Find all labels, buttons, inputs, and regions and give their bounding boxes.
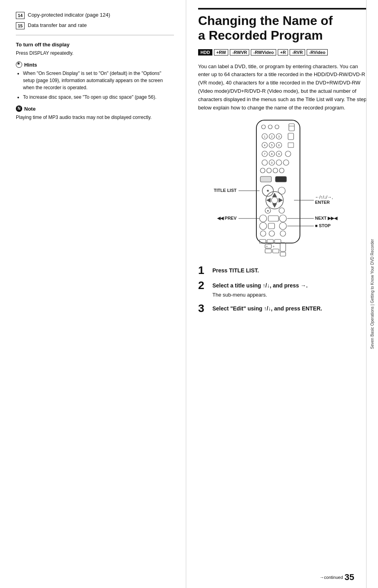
- step: 2Select a title using ↑/↓, and press →.T…: [198, 280, 370, 299]
- side-tab-text: Seven Basic Operations | Getting to Know…: [370, 239, 375, 349]
- svg-text:9: 9: [278, 153, 280, 155]
- item-14-text: Copy-protected indicator (page 124): [28, 12, 110, 18]
- continued-text: →continued: [320, 575, 343, 580]
- hints-label: Hints: [24, 62, 37, 68]
- note-label: Note: [24, 106, 36, 112]
- svg-text:+: +: [273, 245, 275, 249]
- svg-text:3: 3: [278, 135, 280, 138]
- step-content: Select a title using ↑/↓, and press →.Th…: [212, 280, 307, 299]
- svg-text:←/↑/↓/→,: ←/↑/↓/→,: [315, 195, 333, 199]
- svg-text:ENTER: ENTER: [315, 200, 330, 205]
- steps-section: 1Press TITLE LIST.2Select a title using …: [198, 265, 370, 314]
- item-15: 15 Data transfer bar and rate: [16, 22, 174, 29]
- left-column: 14 Copy-protected indicator (page 124) 1…: [0, 0, 186, 588]
- svg-text:■ STOP: ■ STOP: [315, 223, 330, 228]
- main-title: Changing the Name of a Recorded Program: [198, 13, 370, 43]
- svg-rect-40: [275, 176, 286, 182]
- step-content: Press TITLE LIST.: [212, 265, 259, 275]
- remote-area: 1 2 3 4 5 6: [198, 118, 370, 261]
- svg-text:1: 1: [264, 135, 265, 138]
- page-footer: →continued 35: [320, 572, 354, 582]
- svg-text:8: 8: [271, 153, 273, 155]
- svg-text:+: +: [266, 245, 268, 249]
- hint-item: To increase disc space, see "To open up …: [23, 94, 174, 101]
- item-14-num: 14: [16, 12, 25, 19]
- step-num: 3: [198, 303, 212, 314]
- format-badges: HDD+RW-RWVR-RWVideo+R -RVR-RVideo: [198, 49, 370, 57]
- format-badge: -RVideo: [307, 49, 328, 56]
- format-row-1: HDD+RW-RWVR-RWVideo+R: [198, 49, 288, 56]
- svg-text:★: ★: [267, 209, 269, 212]
- svg-text:0: 0: [271, 161, 273, 164]
- step-content: Select "Edit" using ↑/↓, and press ENTER…: [212, 303, 322, 313]
- side-tab: Seven Basic Operations | Getting to Know…: [366, 0, 378, 588]
- step: 3Select "Edit" using ↑/↓, and press ENTE…: [198, 303, 370, 314]
- display-section-title: To turn off the display: [16, 42, 174, 48]
- remote-svg: 1 2 3 4 5 6: [201, 118, 367, 261]
- svg-rect-71: [280, 252, 286, 256]
- format-badge: +RW: [214, 49, 229, 56]
- note-text: Playing time of MP3 audio tracks may not…: [16, 114, 174, 121]
- svg-text:7: 7: [264, 153, 265, 155]
- hint-item: When "On Screen Display" is set to "On" …: [23, 70, 174, 91]
- svg-text:6: 6: [278, 144, 280, 147]
- svg-text:2: 2: [271, 135, 273, 138]
- svg-text:◀◀ PREV: ◀◀ PREV: [217, 216, 237, 220]
- format-row-2: -RVR-RVideo: [290, 49, 328, 56]
- step: 1Press TITLE LIST.: [198, 265, 370, 276]
- hints-title: Hints: [16, 61, 174, 68]
- item-15-num: 15: [16, 22, 25, 29]
- right-column: Changing the Name of a Recorded Program …: [186, 0, 378, 588]
- svg-rect-70: [273, 249, 279, 253]
- display-section-text: Press DISPLAY repeatedly.: [16, 50, 174, 57]
- svg-text:★: ★: [266, 189, 269, 193]
- step-num: 1: [198, 265, 212, 276]
- svg-rect-69: [265, 249, 271, 253]
- item-14: 14 Copy-protected indicator (page 124): [16, 12, 174, 19]
- hints-list: When "On Screen Display" is set to "On" …: [16, 70, 174, 101]
- note-icon: N: [16, 105, 22, 112]
- svg-text:TITLE LIST: TITLE LIST: [214, 188, 237, 193]
- svg-rect-39: [260, 176, 271, 182]
- item-15-text: Data transfer bar and rate: [28, 22, 87, 28]
- format-badge: -RVR: [290, 49, 305, 56]
- step-sub-text: The sub-menu appears.: [212, 291, 307, 299]
- svg-text:4: 4: [264, 144, 265, 147]
- format-badge: HDD: [198, 49, 212, 56]
- divider-1: [16, 35, 174, 35]
- side-tab-line1: Seven Basic Operations: [370, 306, 374, 349]
- remote-labels: 1 2 3 4 5 6: [201, 118, 367, 261]
- main-divider: [198, 8, 370, 10]
- svg-text:5: 5: [271, 144, 273, 147]
- note-title: N Note: [16, 105, 174, 112]
- format-badge: -RWVR: [230, 49, 249, 56]
- main-title-line1: Changing the Name of: [198, 13, 333, 28]
- svg-point-49: [271, 197, 278, 203]
- format-badge: -RWVideo: [251, 49, 276, 56]
- step-num: 2: [198, 280, 212, 291]
- page-number: 35: [345, 572, 354, 582]
- hints-icon: [16, 61, 22, 68]
- main-title-line2: a Recorded Program: [198, 28, 323, 42]
- svg-text:NEXT ▶▶◀: NEXT ▶▶◀: [315, 216, 338, 220]
- body-text: You can label a DVD, title, or program b…: [198, 63, 370, 112]
- svg-rect-68: [280, 243, 286, 251]
- format-badge: +R: [278, 49, 288, 56]
- side-tab-line2: Getting to Know Your DVD Recorder: [370, 239, 374, 303]
